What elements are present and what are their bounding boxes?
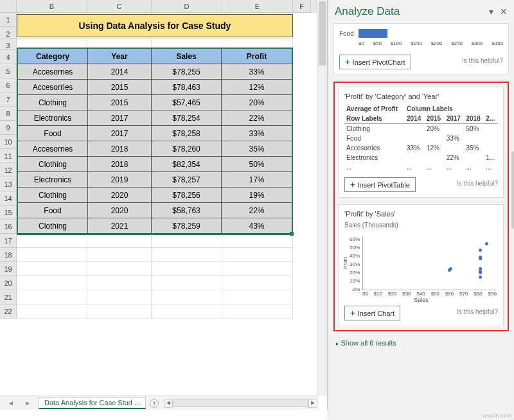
scrollbar-thumb[interactable] [511,152,514,229]
scrollbar-thumb[interactable] [319,1,326,66]
row-header-17[interactable]: 17 [0,234,17,248]
table-cell[interactable]: $57,465 [152,95,222,110]
table-cell[interactable]: $78,463 [152,80,222,94]
table-row[interactable]: Clothing2021$78,25943% [18,218,292,234]
pane-close-icon[interactable]: ✕ [500,6,508,17]
helpful-link[interactable]: Is this helpful? [457,308,498,315]
row-header-14[interactable]: 14 [0,191,17,206]
table-row[interactable]: Accesorries2018$78,26035% [18,141,292,157]
table-cell[interactable]: 2014 [88,64,152,79]
table-row[interactable]: Accesorries2014$78,25533% [18,64,292,80]
table-row[interactable]: Accesorries2015$78,46312% [18,80,292,95]
row-header-13[interactable]: 13 [0,177,17,191]
cell[interactable] [293,107,311,121]
cell[interactable] [293,78,311,92]
table-cell[interactable]: 2019 [88,172,152,187]
selection-handle[interactable] [290,232,294,236]
row-header-3[interactable]: 3 [0,39,17,50]
row-header-8[interactable]: 8 [0,107,17,121]
cell[interactable] [293,39,311,50]
col-header-F[interactable]: F [293,0,311,13]
table-cell[interactable]: $78,257 [152,172,222,187]
cell[interactable] [87,290,152,304]
row-header-11[interactable]: 11 [0,149,17,163]
cell[interactable] [87,248,152,262]
table-cell[interactable]: 35% [222,141,292,156]
cell[interactable] [293,206,311,220]
cell[interactable] [87,262,152,276]
table-cell[interactable]: 19% [222,188,292,202]
helpful-link[interactable]: Is this helpful? [457,180,498,187]
table-cell[interactable]: Electronics [18,172,88,187]
pane-vertical-scrollbar[interactable] [510,23,514,420]
cell[interactable] [87,234,152,248]
col-header-C[interactable]: C [87,0,152,13]
cell[interactable] [293,191,311,206]
table-cell[interactable]: Clothing [18,157,88,171]
pane-collapse-icon[interactable]: ▾ [489,6,493,17]
table-header-sales[interactable]: Sales [152,49,222,64]
sheet-tab-active[interactable]: Data Analysis for Case Stud ... [39,397,146,409]
table-cell[interactable]: 43% [222,218,292,233]
col-header-D[interactable]: D [152,0,222,13]
sheet-title-cell[interactable]: Using Data Analysis for Case Study [17,14,293,37]
cell[interactable] [17,248,87,262]
cell[interactable] [17,234,87,248]
hscroll-left-icon[interactable]: ◄ [164,399,173,408]
row-header-7[interactable]: 7 [0,92,17,107]
table-cell[interactable]: 2018 [88,141,152,156]
tab-nav-prev-icon[interactable]: ◄ [8,399,14,407]
insert-pivottable-button[interactable]: +Insert PivotTable [344,177,416,192]
table-cell[interactable]: Clothing [18,188,88,202]
table-cell[interactable]: Clothing [18,95,88,110]
table-row[interactable]: Food2020$58,76322% [18,203,292,218]
cell[interactable] [17,290,87,304]
table-cell[interactable]: Food [18,203,88,218]
table-cell[interactable]: 33% [222,64,292,79]
cell[interactable] [152,276,222,290]
cell[interactable] [293,234,311,248]
row-header-19[interactable]: 19 [0,262,17,276]
cell[interactable] [293,27,311,39]
table-cell[interactable]: $58,763 [152,203,222,218]
table-cell[interactable]: 22% [222,110,292,125]
horizontal-scrollbar[interactable] [173,399,308,407]
cell[interactable] [293,92,311,107]
table-cell[interactable]: $78,255 [152,64,222,79]
tab-nav-arrows[interactable]: ◄ ► [0,399,39,407]
cell[interactable] [293,135,311,149]
hscroll-right-icon[interactable]: ► [308,399,317,408]
cell[interactable] [293,163,311,177]
cell[interactable] [293,220,311,234]
row-header-12[interactable]: 12 [0,163,17,177]
table-cell[interactable]: Food [18,126,88,141]
row-header-6[interactable]: 6 [0,78,17,92]
row-header-18[interactable]: 18 [0,248,17,262]
sheet-vertical-scrollbar[interactable] [317,0,327,396]
insert-chart-button[interactable]: +Insert Chart [344,306,400,320]
table-row[interactable]: Electronics2019$78,25717% [18,172,292,188]
table-row[interactable]: Clothing2018$82,35450% [18,157,292,172]
table-cell[interactable]: Accesorries [18,80,88,94]
table-cell[interactable]: 2018 [88,157,152,171]
cell[interactable] [293,64,311,78]
row-header-16[interactable]: 16 [0,220,17,234]
cell[interactable] [17,262,87,276]
row-header-15[interactable]: 15 [0,206,17,220]
table-cell[interactable]: 2015 [88,95,152,110]
cell[interactable] [17,304,87,319]
table-cell[interactable]: Electronics [18,110,88,125]
table-cell[interactable]: $78,256 [152,188,222,202]
cell[interactable] [152,234,222,248]
row-header-10[interactable]: 10 [0,135,17,149]
cell[interactable] [293,50,311,64]
cell[interactable] [293,262,311,276]
select-all-corner[interactable] [0,0,17,13]
cell[interactable] [293,276,311,290]
col-header-E[interactable]: E [222,0,293,13]
cell[interactable] [293,149,311,163]
table-cell[interactable]: 2015 [88,80,152,94]
row-header-2[interactable]: 2 [0,27,17,39]
cell[interactable] [293,177,311,191]
table-cell[interactable]: $78,259 [152,218,222,233]
